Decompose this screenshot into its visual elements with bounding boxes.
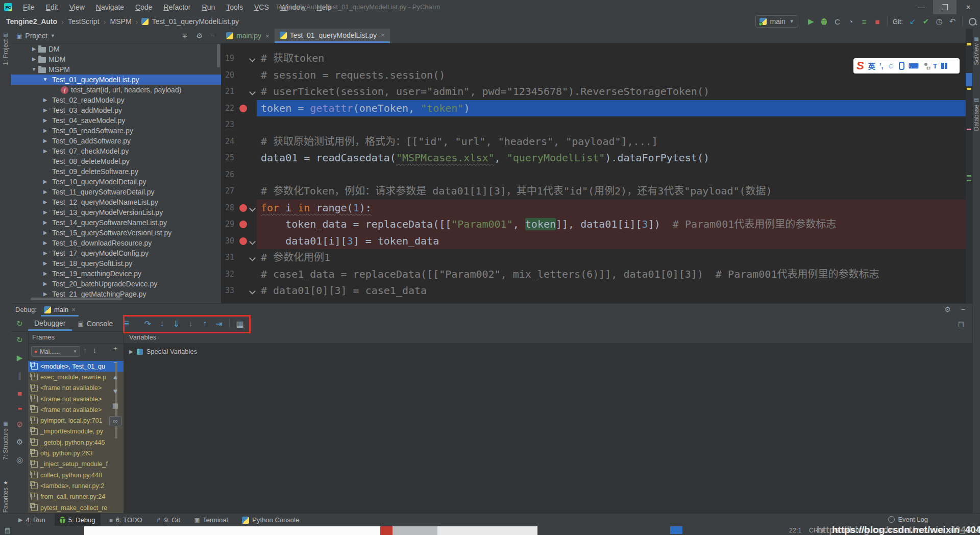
ime-account-icon[interactable]	[923, 63, 929, 69]
tree-item[interactable]: ▶Test_13_queryModelVersionList.py	[11, 207, 221, 217]
line-number[interactable]: 20	[221, 67, 234, 84]
menu-edit[interactable]: Edit	[40, 3, 64, 11]
rollback-button[interactable]: ↶	[946, 15, 959, 28]
run-with-configs-button[interactable]: ≡	[857, 15, 871, 28]
breakpoint-icon[interactable]	[239, 237, 247, 245]
collapse-all-icon[interactable]: ∓	[182, 32, 188, 40]
add-watch-button[interactable]: +	[110, 345, 121, 352]
debug-button[interactable]	[818, 15, 831, 28]
special-variables-node[interactable]: ▶ Special Variables	[129, 348, 197, 355]
code-line[interactable]: 33# data01[0][3] = case1_data	[221, 282, 966, 299]
tool-stripe-project[interactable]: ▤ 1: Project	[0, 32, 11, 65]
menu-code[interactable]: Code	[130, 3, 158, 11]
close-button[interactable]: ×	[957, 0, 980, 14]
tree-expand-icon[interactable]: ▶	[41, 105, 50, 115]
tree-expand-icon[interactable]: ▶	[41, 136, 50, 146]
code-line[interactable]: 26	[221, 166, 966, 183]
tree-item[interactable]: ▶Test_03_addModel.py	[11, 105, 221, 115]
tree-item[interactable]: ▶MDM	[11, 54, 221, 64]
ime-toolbox-icon[interactable]	[941, 63, 947, 69]
menu-refactor[interactable]: Refactor	[158, 3, 197, 11]
tree-item[interactable]: ▼MSPM	[11, 64, 221, 75]
view-breakpoints-button[interactable]: ●●	[18, 406, 22, 411]
menu-tools[interactable]: Tools	[220, 3, 249, 11]
tree-vertical-scrollbar[interactable]	[217, 44, 220, 67]
remove-watch-button[interactable]: −	[110, 359, 121, 367]
tree-expand-icon[interactable]: ▶	[41, 238, 50, 248]
debug-settings-button[interactable]: ⚙	[16, 437, 23, 447]
tree-expand-icon[interactable]: ▶	[41, 115, 50, 126]
code-editor[interactable]: 19# 获取token20# session = requests.sessio…	[221, 50, 966, 299]
hide-panel-icon[interactable]: −	[211, 32, 215, 40]
code-line[interactable]: 28for i in range(1):	[221, 200, 966, 216]
line-number[interactable]: 25	[221, 150, 234, 166]
breakpoint-icon[interactable]	[239, 204, 247, 212]
line-number[interactable]: 26	[221, 166, 234, 183]
menu-vcs[interactable]: VCS	[249, 3, 275, 11]
tree-expand-icon[interactable]: ▶	[30, 54, 38, 64]
line-number[interactable]: 23	[221, 116, 234, 133]
close-icon[interactable]: ×	[381, 31, 385, 39]
code-line[interactable]: 23	[221, 116, 966, 133]
project-panel-header[interactable]: ▣ Project ▼ ∓ ⚙ −	[11, 29, 221, 43]
status-22-1[interactable]: 22:1	[789, 527, 801, 534]
breakpoint-icon[interactable]	[239, 221, 247, 228]
tree-item[interactable]: ▶Test_04_saveModel.py	[11, 115, 221, 126]
git-commit-button[interactable]: ✔	[919, 15, 933, 28]
line-number[interactable]: 27	[221, 183, 234, 200]
breakpoint-icon[interactable]	[239, 105, 247, 112]
menu-file[interactable]: File	[17, 3, 40, 11]
code-line[interactable]: 22token = getattr(oneToken, "token")	[221, 100, 966, 117]
fold-marker-icon[interactable]	[249, 238, 256, 245]
tree-expand-icon[interactable]: ▶	[41, 197, 50, 207]
tool-window-button-4-run[interactable]: ▶4: Run	[13, 514, 51, 526]
tree-item[interactable]: ftest_start(id, url, headers, payload)	[11, 85, 221, 95]
tree-item[interactable]: ▶Test_06_addSoftware.py	[11, 136, 221, 146]
tree-item[interactable]: ▶Test_19_macthingDevice.py	[11, 269, 221, 279]
tree-item[interactable]: ▶Test_05_readSoftware.py	[11, 126, 221, 136]
show-watches-toggle[interactable]: ∞	[109, 416, 121, 426]
line-number[interactable]: 29	[221, 216, 234, 233]
search-everywhere-button[interactable]	[966, 15, 979, 28]
tool-window-button-9-git[interactable]: ↱9: Git	[152, 514, 185, 526]
tree-item[interactable]: ▶Test_12_queryModelNameList.py	[11, 197, 221, 207]
tree-expand-icon[interactable]: ▶	[30, 44, 38, 54]
close-icon[interactable]: ×	[265, 32, 270, 40]
code-line[interactable]: 29 token_data = replaceData([["Param001"…	[221, 216, 966, 233]
code-line[interactable]: 24# 获取原始测试用例，格式为：[["id", "url", "headers…	[221, 133, 966, 150]
editor-tab[interactable]: Test_01_queryModelList.py×	[275, 29, 390, 43]
tree-item[interactable]: ▶Test_14_querySoftwareNameList.py	[11, 217, 221, 228]
gear-icon[interactable]: ⚙	[196, 32, 203, 40]
tool-window-button-python-console[interactable]: Python Console	[237, 514, 304, 526]
git-update-button[interactable]: ↙	[906, 15, 919, 28]
resume-button[interactable]: ▶	[17, 353, 23, 362]
ime-keyboard-icon[interactable]: ⌨	[909, 62, 919, 70]
code-line[interactable]: 25data01 = readCasedata("MSPMcases.xlsx"…	[221, 150, 966, 166]
tree-item[interactable]: ▶Test_15_querySoftwareVersionList.py	[11, 228, 221, 238]
tree-expand-icon[interactable]: ▼	[41, 75, 50, 85]
thread-selector[interactable]: ● Mai...... ▼	[31, 346, 80, 357]
tree-item[interactable]: ▶DM	[11, 44, 221, 54]
line-number[interactable]: 22	[221, 100, 234, 117]
tree-expand-icon[interactable]: ▶	[41, 146, 50, 156]
breadcrumb-item[interactable]: Test_01_queryModelList.py	[151, 17, 240, 26]
stop-debug-button[interactable]: ■	[17, 389, 22, 398]
line-number[interactable]: 24	[221, 133, 234, 150]
sogou-logo-icon[interactable]: S	[856, 60, 864, 71]
fold-marker-icon[interactable]	[249, 205, 256, 212]
menu-navigate[interactable]: Navigate	[90, 3, 130, 11]
line-number[interactable]: 30	[221, 233, 234, 250]
tree-expand-icon[interactable]: ▶	[41, 126, 50, 136]
line-number[interactable]: 33	[221, 282, 234, 299]
run-configuration-select[interactable]: main ▼	[755, 15, 798, 28]
tree-horizontal-scrollbar[interactable]	[31, 298, 122, 300]
tab-debugger[interactable]: Debugger	[28, 317, 72, 331]
ime-punctuation-icon[interactable]: ’,	[879, 62, 884, 70]
tool-stripe-structure[interactable]: ▦ 7: Structure	[0, 421, 11, 460]
tree-expand-icon[interactable]: ▶	[41, 217, 50, 228]
tree-expand-icon[interactable]: ▶	[41, 95, 50, 105]
tree-item[interactable]: ▶Test_17_queryModelConfig.py	[11, 248, 221, 258]
hide-panel-icon[interactable]: −	[961, 305, 965, 313]
maximize-button[interactable]	[933, 0, 957, 14]
code-line[interactable]: 31# 参数化用例1	[221, 249, 966, 266]
